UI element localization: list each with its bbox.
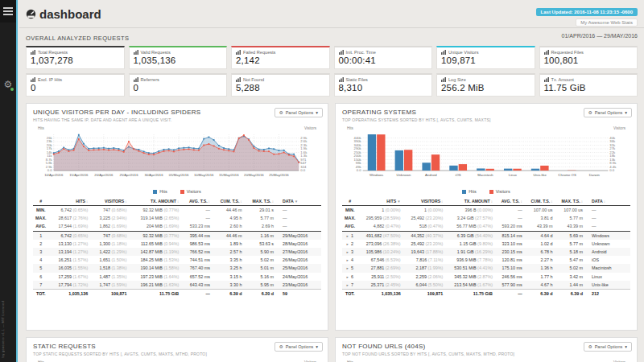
panel-options-button[interactable]: ⚙ Panel Options ▾ (275, 342, 323, 352)
column-header-hits[interactable]: HITS▼ (357, 197, 402, 206)
point[interactable] (228, 150, 229, 151)
point[interactable] (268, 147, 270, 149)
table-row[interactable]: ▸ 527,881 (2.69%)2,187 (1.99%)530.51 MiB… (342, 264, 630, 272)
point[interactable] (128, 141, 130, 142)
point[interactable] (148, 154, 150, 155)
point[interactable] (118, 148, 120, 150)
bar-visitors-ios[interactable] (459, 164, 467, 171)
point[interactable] (173, 150, 175, 151)
bar-visitors-macintosh[interactable] (486, 169, 494, 171)
point[interactable] (268, 150, 270, 152)
point[interactable] (218, 148, 220, 150)
bar-hits-unix-like[interactable] (531, 169, 539, 171)
column-header-data[interactable]: DATA↕ (585, 197, 630, 206)
point[interactable] (293, 154, 295, 155)
point[interactable] (98, 147, 100, 149)
point[interactable] (223, 147, 225, 149)
table-row[interactable]: 516,035 (1.55%)1,518 (1.38%)190.14 MiB (… (33, 264, 321, 272)
point[interactable] (168, 150, 170, 151)
point[interactable] (103, 147, 105, 149)
legend-hits[interactable]: Hits (153, 189, 167, 194)
expand-caret-icon[interactable]: ▸ (346, 283, 349, 287)
point[interactable] (183, 149, 184, 150)
table-row[interactable]: ▸ 3105,986 (10.24%)19,643 (17.88%)1.91 G… (342, 248, 630, 256)
column-header-max-t-s-[interactable]: MAX. T.S.↕ (245, 197, 276, 206)
point[interactable] (283, 152, 285, 154)
point[interactable] (78, 134, 80, 136)
point[interactable] (113, 147, 114, 149)
column-header-visitors[interactable]: VISITORS↕ (403, 197, 446, 206)
point[interactable] (288, 154, 290, 156)
point[interactable] (163, 149, 165, 150)
bar-visitors-unix-like[interactable] (540, 166, 548, 171)
point[interactable] (93, 147, 95, 149)
point[interactable] (53, 154, 55, 155)
point[interactable] (143, 150, 145, 152)
table-row[interactable]: ▸ 2273,096 (26.38%)25,492 (23.20%)1.15 G… (342, 240, 630, 248)
point[interactable] (188, 149, 190, 150)
point[interactable] (73, 150, 75, 151)
point[interactable] (223, 149, 225, 150)
point[interactable] (88, 150, 89, 151)
legend-visitors[interactable]: Visitors (180, 189, 201, 194)
expand-caret-icon[interactable]: ▸ (346, 266, 349, 270)
point[interactable] (273, 148, 275, 150)
point[interactable] (123, 151, 125, 153)
point[interactable] (253, 147, 254, 149)
point[interactable] (218, 145, 220, 146)
bar-visitors-windows[interactable] (377, 134, 385, 171)
point[interactable] (68, 150, 69, 152)
expand-caret-icon[interactable]: ▸ (346, 234, 349, 238)
point[interactable] (108, 148, 109, 150)
point[interactable] (208, 137, 210, 138)
point[interactable] (138, 149, 139, 150)
point[interactable] (113, 149, 114, 150)
point[interactable] (243, 134, 245, 136)
bar-hits-ios[interactable] (449, 166, 457, 171)
point[interactable] (178, 147, 180, 149)
legend-hits[interactable]: Hits (462, 189, 476, 194)
column-header-avg-t-s-[interactable]: AVG. T.S.↕ (495, 197, 525, 206)
bar-visitors-android[interactable] (431, 154, 440, 171)
column-header-data[interactable]: DATA▼ (276, 197, 321, 206)
point[interactable] (198, 150, 200, 151)
sidebar-settings-button[interactable]: ⚙ (0, 79, 16, 90)
bar-hits-windows[interactable] (368, 134, 376, 171)
point[interactable] (183, 147, 184, 149)
bar-hits-android[interactable] (422, 162, 430, 171)
column-header-hits[interactable]: HITS↕ (48, 197, 90, 206)
panel-options-button[interactable]: ⚙ Panel Options ▾ (584, 108, 632, 117)
point[interactable] (258, 150, 260, 152)
point[interactable] (138, 150, 139, 152)
point[interactable] (193, 149, 195, 150)
bar-hits-macintosh[interactable] (477, 168, 485, 171)
point[interactable] (283, 150, 285, 151)
column-header-visitors[interactable]: VISITORS↕ (90, 197, 129, 206)
point[interactable] (248, 139, 250, 141)
column-header-cum-t-s-[interactable]: CUM. T.S.↕ (525, 197, 555, 206)
point[interactable] (233, 151, 235, 153)
point[interactable] (108, 150, 109, 151)
point[interactable] (213, 146, 215, 147)
table-row[interactable]: 617,259 (1.67%)1,487 (1.35%)197.23 MiB (… (33, 273, 321, 281)
point[interactable] (238, 138, 240, 139)
expand-caret-icon[interactable]: ▸ (346, 242, 349, 246)
point[interactable] (198, 148, 200, 150)
point[interactable] (88, 148, 89, 150)
point[interactable] (158, 152, 159, 154)
point[interactable] (118, 150, 120, 151)
table-row[interactable]: ▸ 725,371 (2.45%)6,044 (5.50%)213.54 MiB… (342, 281, 630, 290)
point[interactable] (279, 153, 280, 154)
expand-caret-icon[interactable]: ▸ (346, 258, 349, 262)
legend-visitors[interactable]: Visitors (489, 189, 510, 194)
point[interactable] (58, 150, 60, 152)
point[interactable] (153, 154, 155, 155)
panel-options-button[interactable]: ⚙ Panel Options ▾ (584, 342, 632, 352)
point[interactable] (203, 145, 204, 146)
column-header-avg-t-s-[interactable]: AVG. T.S.↕ (181, 197, 213, 206)
point[interactable] (68, 149, 69, 150)
bar-hits-unknown[interactable] (395, 150, 403, 171)
column-header-cum-t-s-[interactable]: CUM. T.S.↕ (213, 197, 245, 206)
point[interactable] (153, 153, 155, 154)
point[interactable] (158, 150, 159, 152)
